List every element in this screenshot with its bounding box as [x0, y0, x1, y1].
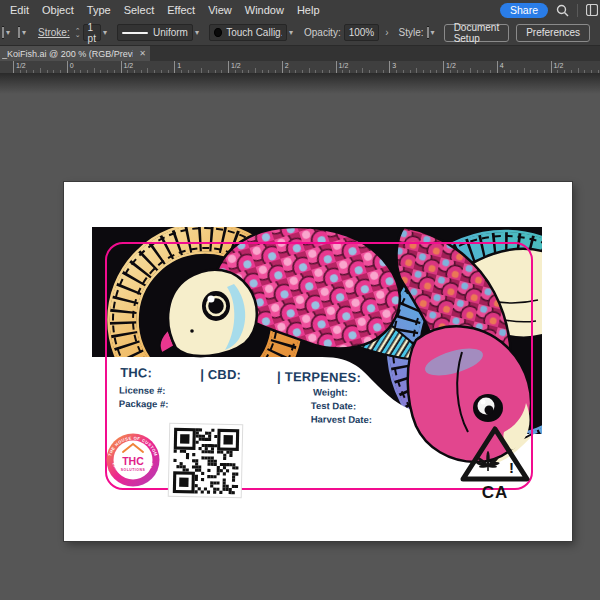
- ruler-label: 2: [285, 62, 289, 69]
- ruler-tick: [33, 70, 34, 73]
- menu-item-select[interactable]: Select: [124, 4, 164, 16]
- ruler-label: 1/2: [554, 62, 564, 69]
- ruler-tick: [457, 70, 458, 73]
- ruler-tick: [598, 70, 599, 73]
- horizontal-ruler[interactable]: 1/201/211/221/231/241/2: [0, 61, 600, 74]
- ruler-tick: [443, 61, 444, 73]
- ruler-label: 1/2: [16, 62, 26, 69]
- fill-color-swatch[interactable]: [2, 26, 4, 39]
- stroke-chevron-icon[interactable]: ▾: [22, 28, 26, 37]
- tab-close-icon[interactable]: ✕: [139, 49, 146, 58]
- logo-subname-text: SOLUTIONS: [121, 468, 146, 472]
- ruler-tick: [13, 61, 14, 73]
- ruler-tick: [255, 68, 256, 73]
- style-chevron-icon[interactable]: ▾: [431, 28, 435, 37]
- canvas-area[interactable]: THC: | CBD: | TERPENES: License #: Packa…: [0, 74, 600, 600]
- ruler-tick: [315, 70, 316, 73]
- menu-item-edit[interactable]: Edit: [10, 4, 38, 16]
- stroke-color-swatch[interactable]: [18, 26, 20, 39]
- style-swatch[interactable]: [427, 26, 429, 39]
- ruler-tick: [194, 70, 195, 73]
- thc-field-label: THC:: [120, 365, 152, 380]
- ca-state-text: CA: [482, 483, 509, 502]
- ruler-tick: [26, 70, 27, 73]
- workspace-switcher-icon[interactable]: [586, 4, 598, 16]
- brush-dropdown[interactable]: Touch Callig...: [209, 24, 287, 41]
- ruler-tick: [470, 68, 471, 73]
- ruler-tick: [53, 70, 54, 73]
- stroke-panel-link[interactable]: Stroke:: [38, 27, 70, 38]
- label-artwork: THC: | CBD: | TERPENES: License #: Packa…: [64, 182, 572, 541]
- ruler-tick: [40, 68, 41, 73]
- ruler-tick: [289, 70, 290, 73]
- ruler-tick: [497, 61, 498, 73]
- ruler-tick: [362, 68, 363, 73]
- menu-item-view[interactable]: View: [208, 4, 241, 16]
- ruler-tick: [74, 70, 75, 73]
- ruler-tick: [147, 68, 148, 73]
- terpenes-field-label: | TERPENES:: [277, 369, 361, 385]
- menu-item-object[interactable]: Object: [42, 4, 83, 16]
- document-tab[interactable]: _KoiFish.ai @ 200 % (RGB/Preview) ✕: [0, 46, 150, 61]
- ruler-tick: [336, 61, 337, 73]
- menubar-divider: [577, 4, 578, 17]
- cbd-field-label: | CBD:: [200, 367, 241, 382]
- ruler-tick: [47, 70, 48, 73]
- ruler-tick: [342, 70, 343, 73]
- stroke-weight-stepper[interactable]: ⌃⌄: [75, 29, 81, 37]
- width-profile-chevron-icon[interactable]: ▾: [195, 28, 199, 37]
- ruler-tick: [141, 70, 142, 73]
- ruler-tick: [544, 70, 545, 73]
- ruler-label: 1/2: [339, 62, 349, 69]
- opacity-field[interactable]: 100%: [344, 24, 380, 41]
- ruler-tick: [329, 70, 330, 73]
- ruler-tick: [67, 61, 68, 73]
- ruler-tick: [423, 70, 424, 73]
- ruler-tick: [302, 70, 303, 73]
- stroke-weight-chevron-icon[interactable]: ▾: [103, 28, 107, 37]
- ruler-tick: [94, 68, 95, 73]
- logo-name-text: THC: [122, 455, 144, 467]
- ruler-label: 1/2: [124, 62, 134, 69]
- brush-chevron-icon[interactable]: ▾: [289, 28, 293, 37]
- qr-code: [168, 423, 243, 498]
- ruler-tick: [396, 70, 397, 73]
- artboard[interactable]: THC: | CBD: | TERPENES: License #: Packa…: [64, 182, 572, 541]
- test-date-field-label: Test Date:: [311, 400, 356, 411]
- menu-item-effect[interactable]: Effect: [167, 4, 204, 16]
- fill-chevron-icon[interactable]: ▾: [6, 28, 10, 37]
- opacity-more-chevron-icon[interactable]: ›: [385, 27, 388, 38]
- ruler-tick: [530, 70, 531, 73]
- menu-item-window[interactable]: Window: [245, 4, 293, 16]
- illustrator-window: EditObjectTypeSelectEffectViewWindowHelp…: [0, 0, 600, 600]
- ruler-label: 4: [500, 62, 504, 69]
- ruler-tick: [154, 70, 155, 73]
- ruler-label: 1: [177, 62, 181, 69]
- warning-exclamation: !: [509, 459, 514, 476]
- ruler-tick: [584, 70, 585, 73]
- ruler-tick: [282, 61, 283, 73]
- weight-field-label: Weight:: [313, 386, 348, 397]
- ruler-tick: [517, 70, 518, 73]
- license-field-label: License #:: [119, 384, 166, 395]
- stroke-weight-field[interactable]: 1 pt: [83, 24, 101, 41]
- ruler-tick: [181, 70, 182, 73]
- search-icon[interactable]: [556, 4, 569, 17]
- ruler-tick: [551, 61, 552, 73]
- ruler-tick: [416, 68, 417, 73]
- width-profile-preview: [122, 32, 148, 34]
- preferences-button[interactable]: Preferences: [516, 24, 590, 42]
- ruler-tick: [557, 70, 558, 73]
- ruler-label: 3: [392, 62, 396, 69]
- ruler-tick: [322, 70, 323, 73]
- menu-item-help[interactable]: Help: [297, 4, 329, 16]
- width-profile-dropdown[interactable]: Uniform: [117, 24, 193, 41]
- thc-solutions-logo: THE HOUSE OF CUSTOM LABELS & PACKAGING T…: [107, 434, 160, 487]
- ruler-tick: [80, 70, 81, 73]
- document-setup-button[interactable]: Document Setup: [444, 24, 510, 42]
- menu-item-type[interactable]: Type: [87, 4, 120, 16]
- share-button[interactable]: Share: [500, 3, 548, 18]
- ruler-tick: [537, 70, 538, 73]
- opacity-label[interactable]: Opacity:: [304, 27, 341, 38]
- control-options-bar: ▾ ▾ Stroke: ⌃⌄ 1 pt ▾ Uniform ▾ Touch Ca…: [0, 20, 600, 46]
